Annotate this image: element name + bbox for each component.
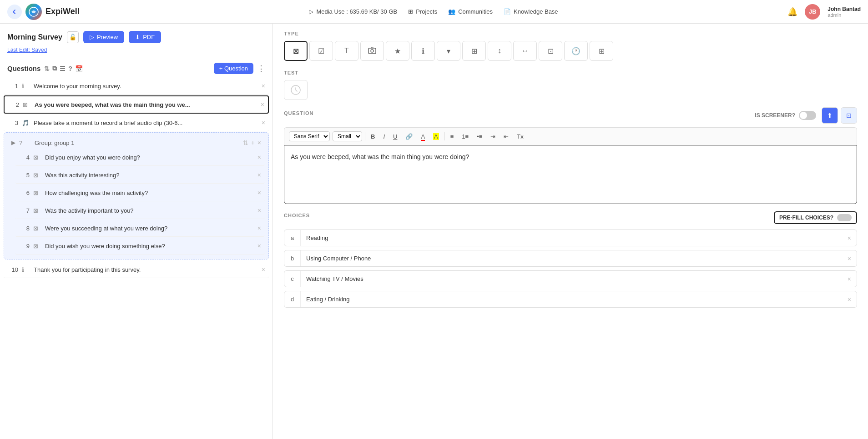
toolbar-divider-2	[444, 132, 445, 140]
type-checkbox-btn[interactable]: ☑	[309, 41, 333, 61]
copy-icon[interactable]: ⧉	[52, 65, 57, 72]
type-layout-btn[interactable]: ⊞	[590, 41, 613, 61]
upload-layout-btn[interactable]: ⊡	[841, 107, 857, 124]
close-q5[interactable]: ×	[257, 171, 261, 179]
screener-toggle[interactable]	[799, 111, 816, 120]
choice-close-d[interactable]: ×	[842, 292, 857, 307]
question-section: QUESTION IS SCREENER? ⬆ ⊡ Sans Serif	[284, 107, 857, 204]
unlock-icon[interactable]: 🔓	[67, 31, 79, 43]
choice-close-b[interactable]: ×	[842, 251, 857, 266]
pre-fill-toggle[interactable]	[837, 214, 852, 221]
matrix-type-icon-4: ⊠	[33, 154, 41, 161]
bell-icon[interactable]: 🔔	[787, 7, 797, 17]
close-q2[interactable]: ×	[261, 101, 264, 108]
close-q3[interactable]: ×	[262, 119, 265, 126]
type-dropdown-btn[interactable]: ▾	[437, 41, 460, 61]
italic-btn[interactable]: I	[380, 132, 388, 141]
editor-toolbar: Sans Serif Small B I U 🔗 A A ≡ 1≡ •≡ ⇥ ⇤…	[284, 127, 857, 145]
choice-input-d[interactable]	[301, 291, 842, 307]
type-grid-btn[interactable]: ⊞	[462, 41, 486, 61]
close-q1[interactable]: ×	[262, 82, 265, 90]
font-color-btn[interactable]: A	[418, 132, 428, 141]
question-item-7[interactable]: 7 ⊠ Was the activity important to you? ×	[15, 202, 265, 219]
close-q10[interactable]: ×	[262, 266, 265, 273]
type-text-btn[interactable]: T	[335, 41, 358, 61]
choice-input-a[interactable]	[301, 230, 842, 246]
font-family-select[interactable]: Sans Serif	[289, 131, 330, 141]
nav-projects[interactable]: ⊞ Projects	[408, 8, 437, 15]
questions-icons: ⇅ ⧉ ☰ ? 📅	[44, 65, 83, 72]
brand-name: ExpiWell	[45, 7, 80, 16]
nav-media-use[interactable]: ▷ Media Use : 635.69 KB/ 30 GB	[309, 8, 397, 15]
question-group-1: ▶ ? Group: group 1 ⇅ + × 4 ⊠ Did you enj…	[4, 132, 269, 259]
user-role: admin	[828, 12, 861, 18]
font-bg-btn[interactable]: A	[430, 132, 442, 141]
outdent-btn[interactable]: ⇤	[501, 132, 511, 141]
back-button[interactable]	[7, 5, 22, 19]
close-q9[interactable]: ×	[257, 242, 261, 249]
question-item-4[interactable]: 4 ⊠ Did you enjoy what you were doing? ×	[15, 149, 265, 166]
choice-close-a[interactable]: ×	[842, 231, 857, 245]
nav-communities[interactable]: 👥 Communities	[448, 8, 493, 15]
type-time-btn[interactable]: 🕐	[564, 41, 588, 61]
preview-button[interactable]: ▷ Preview	[83, 31, 124, 43]
upload-image-btn[interactable]: ⬆	[822, 107, 838, 124]
unordered-list-btn[interactable]: •≡	[474, 132, 485, 141]
knowledge-base-icon: 📄	[504, 8, 511, 15]
survey-header: Morning Survey 🔓 ▷ Preview ⬇ PDF Last Ed…	[0, 24, 273, 57]
type-matrix-btn[interactable]: ⊠	[284, 41, 308, 61]
question-item-10[interactable]: 10 ℹ Thank you for participating in this…	[4, 261, 269, 278]
ordered-list-btn[interactable]: 1≡	[459, 132, 471, 141]
group-add-btn[interactable]: +	[251, 139, 255, 146]
question-editor[interactable]: As you were beeped, what was the main th…	[284, 145, 857, 204]
matrix-type-icon-7: ⊠	[33, 207, 41, 214]
list-icon[interactable]: ☰	[60, 65, 66, 72]
question-item-1[interactable]: 1 ℹ Welcome to your morning survey. ×	[4, 78, 269, 95]
more-options-button[interactable]: ⋮	[257, 64, 265, 74]
close-q7[interactable]: ×	[257, 207, 261, 214]
question-item-6[interactable]: 6 ⊠ How challenging was the main activit…	[15, 185, 265, 201]
font-size-select[interactable]: Small	[333, 131, 362, 141]
add-question-button[interactable]: + Question	[214, 63, 253, 74]
group-collapse-btn[interactable]: ⇅	[243, 139, 248, 146]
type-vertical-btn[interactable]: ↕	[488, 41, 511, 61]
help-icon[interactable]: ?	[68, 65, 72, 72]
type-star-btn[interactable]: ★	[386, 41, 409, 61]
question-item-3[interactable]: 3 🎵 Please take a moment to record a bri…	[4, 115, 269, 131]
close-q6[interactable]: ×	[257, 189, 261, 196]
choice-item-c: c ×	[284, 270, 857, 287]
align-left-btn[interactable]: ≡	[448, 132, 457, 141]
top-navigation: ExpiWell ▷ Media Use : 635.69 KB/ 30 GB …	[0, 0, 868, 24]
choice-input-c[interactable]	[301, 271, 842, 287]
choice-close-c[interactable]: ×	[842, 272, 857, 286]
group-chevron[interactable]: ▶	[11, 140, 15, 146]
question-item-9[interactable]: 9 ⊠ Did you wish you were doing somethin…	[15, 238, 265, 254]
nav-knowledge-base[interactable]: 📄 Knowledge Base	[504, 8, 558, 15]
choice-input-b[interactable]	[301, 250, 842, 266]
pdf-button[interactable]: ⬇ PDF	[129, 31, 161, 43]
test-placeholder-btn[interactable]	[284, 80, 308, 100]
left-panel: Morning Survey 🔓 ▷ Preview ⬇ PDF Last Ed…	[0, 24, 273, 439]
group-close-btn[interactable]: ×	[257, 139, 261, 146]
group-items: 4 ⊠ Did you enjoy what you were doing? ×…	[8, 149, 265, 255]
last-edit[interactable]: Last Edit: Saved	[7, 47, 265, 53]
type-other-btn[interactable]: ⊡	[539, 41, 562, 61]
sort-icon[interactable]: ⇅	[44, 65, 50, 72]
link-btn[interactable]: 🔗	[403, 132, 415, 141]
close-q4[interactable]: ×	[257, 154, 261, 161]
close-q8[interactable]: ×	[257, 224, 261, 232]
preview-label: Preview	[97, 34, 118, 40]
type-horizontal-btn[interactable]: ↔	[513, 41, 537, 61]
type-info-btn[interactable]: ℹ	[411, 41, 435, 61]
calendar-icon[interactable]: 📅	[75, 65, 83, 72]
question-section-header: QUESTION IS SCREENER? ⬆ ⊡	[284, 107, 857, 124]
upload-buttons: ⬆ ⊡	[822, 107, 857, 124]
question-item-2[interactable]: 2 ⊠ As you were beeped, what was the mai…	[4, 95, 269, 114]
question-item-8[interactable]: 8 ⊠ Were you succeeding at what you were…	[15, 220, 265, 237]
clear-format-btn[interactable]: Tx	[514, 132, 526, 141]
type-photo-btn[interactable]	[360, 41, 384, 61]
underline-btn[interactable]: U	[390, 132, 400, 141]
bold-btn[interactable]: B	[368, 132, 378, 141]
indent-btn[interactable]: ⇥	[488, 132, 498, 141]
question-item-5[interactable]: 5 ⊠ Was this activity interesting? ×	[15, 167, 265, 184]
